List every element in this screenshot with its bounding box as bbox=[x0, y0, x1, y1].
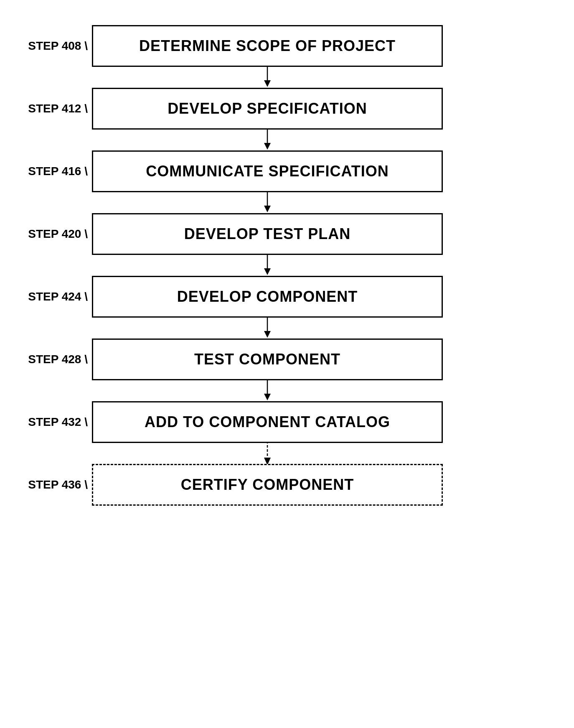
step-text-step-436: CERTIFY COMPONENT bbox=[181, 476, 354, 494]
step-text-step-416: COMMUNICATE SPECIFICATION bbox=[146, 163, 389, 180]
svg-marker-7 bbox=[264, 268, 271, 275]
step-text-step-408: DETERMINE SCOPE OF PROJECT bbox=[139, 37, 396, 55]
step-box-step-424: DEVELOP COMPONENT bbox=[92, 276, 443, 318]
step-label-step-432: STEP 432 \ bbox=[0, 415, 92, 429]
arrow-icon bbox=[259, 130, 276, 150]
step-text-step-428: TEST COMPONENT bbox=[194, 351, 340, 368]
step-label-step-412: STEP 412 \ bbox=[0, 102, 92, 115]
step-box-step-432: ADD TO COMPONENT CATALOG bbox=[92, 401, 443, 443]
step-box-step-420: DEVELOP TEST PLAN bbox=[92, 213, 443, 255]
step-row-step-412: STEP 412 \DEVELOP SPECIFICATION bbox=[0, 88, 574, 130]
step-row-step-432: STEP 432 \ADD TO COMPONENT CATALOG bbox=[0, 401, 574, 443]
arrow-icon bbox=[259, 192, 276, 213]
step-row-step-428: STEP 428 \TEST COMPONENT bbox=[0, 339, 574, 380]
svg-marker-3 bbox=[264, 143, 271, 150]
arrow-3 bbox=[0, 255, 574, 276]
arrow-icon bbox=[259, 318, 276, 339]
step-row-step-424: STEP 424 \DEVELOP COMPONENT bbox=[0, 276, 574, 318]
step-box-step-412: DEVELOP SPECIFICATION bbox=[92, 88, 443, 130]
arrow-5 bbox=[0, 380, 574, 401]
svg-marker-11 bbox=[264, 394, 271, 400]
flowchart-diagram: STEP 408 \DETERMINE SCOPE OF PROJECT STE… bbox=[0, 17, 574, 514]
step-row-step-436: STEP 436 \CERTIFY COMPONENT bbox=[0, 464, 574, 506]
arrow-icon bbox=[259, 255, 276, 276]
step-label-step-436: STEP 436 \ bbox=[0, 478, 92, 491]
svg-marker-1 bbox=[264, 80, 271, 87]
step-box-step-408: DETERMINE SCOPE OF PROJECT bbox=[92, 25, 443, 67]
step-box-step-428: TEST COMPONENT bbox=[92, 339, 443, 380]
arrow-icon bbox=[259, 380, 276, 401]
arrow-6 bbox=[0, 443, 574, 464]
step-text-step-424: DEVELOP COMPONENT bbox=[177, 288, 358, 305]
step-text-step-420: DEVELOP TEST PLAN bbox=[184, 225, 350, 243]
svg-marker-5 bbox=[264, 206, 271, 212]
step-box-step-416: COMMUNICATE SPECIFICATION bbox=[92, 150, 443, 192]
arrow-2 bbox=[0, 192, 574, 213]
step-row-step-408: STEP 408 \DETERMINE SCOPE OF PROJECT bbox=[0, 25, 574, 67]
svg-marker-9 bbox=[264, 331, 271, 338]
arrow-4 bbox=[0, 318, 574, 339]
step-box-step-436: CERTIFY COMPONENT bbox=[92, 464, 443, 506]
arrow-0 bbox=[0, 67, 574, 88]
step-label-step-416: STEP 416 \ bbox=[0, 165, 92, 178]
step-row-step-420: STEP 420 \DEVELOP TEST PLAN bbox=[0, 213, 574, 255]
step-label-step-424: STEP 424 \ bbox=[0, 290, 92, 303]
step-row-step-416: STEP 416 \COMMUNICATE SPECIFICATION bbox=[0, 150, 574, 192]
step-text-step-432: ADD TO COMPONENT CATALOG bbox=[145, 413, 390, 431]
step-label-step-420: STEP 420 \ bbox=[0, 227, 92, 241]
step-text-step-412: DEVELOP SPECIFICATION bbox=[168, 100, 367, 117]
arrow-icon bbox=[259, 67, 276, 88]
arrow-1 bbox=[0, 130, 574, 150]
step-label-step-428: STEP 428 \ bbox=[0, 353, 92, 366]
step-label-step-408: STEP 408 \ bbox=[0, 39, 92, 53]
dashed-arrow-icon bbox=[259, 441, 276, 466]
